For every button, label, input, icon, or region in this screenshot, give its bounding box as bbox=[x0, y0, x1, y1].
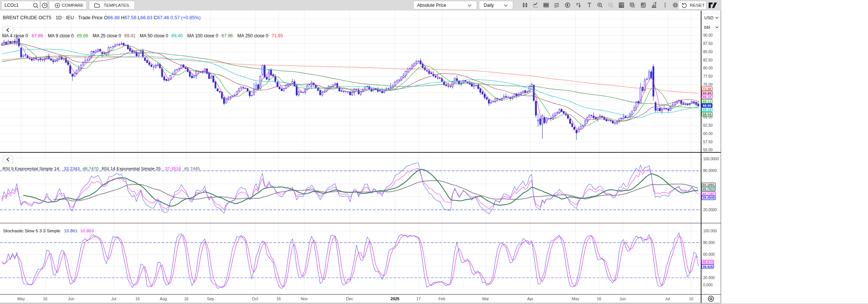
svg-text:60.00: 60.00 bbox=[703, 132, 713, 136]
svg-text:MA 25 close 0: MA 25 close 0 bbox=[93, 33, 121, 38]
svg-text:48.7470: 48.7470 bbox=[83, 166, 99, 171]
svg-text:Aug: Aug bbox=[160, 296, 167, 301]
svg-text:62.50: 62.50 bbox=[703, 123, 713, 127]
svg-text:10.861: 10.861 bbox=[64, 228, 78, 233]
svg-text:Mar: Mar bbox=[482, 296, 489, 301]
svg-text:16: 16 bbox=[689, 296, 694, 301]
svg-text:67.96: 67.96 bbox=[222, 33, 233, 38]
svg-text:20.0000: 20.0000 bbox=[703, 208, 717, 212]
svg-text:20.000: 20.000 bbox=[703, 276, 715, 280]
svg-text:BRENT CRUDE OCT5 · 1D · IEU ·: BRENT CRUDE OCT5 · 1D · IEU · Trade Pric… bbox=[3, 15, 201, 20]
svg-text:49.7923: 49.7923 bbox=[702, 187, 715, 191]
svg-text:67.69: 67.69 bbox=[32, 33, 43, 38]
svg-text:80.00: 80.00 bbox=[703, 66, 713, 70]
svg-text:RSI 9 Exponential Simple 14: RSI 9 Exponential Simple 14 bbox=[3, 166, 60, 171]
svg-text:Stochastic Slow 5 3 3 Simple: Stochastic Slow 5 3 3 Simple bbox=[3, 228, 61, 233]
svg-text:Jul: Jul bbox=[111, 296, 116, 301]
svg-text:MA 9 close 0: MA 9 close 0 bbox=[48, 33, 74, 38]
svg-text:Jul: Jul bbox=[665, 296, 670, 301]
svg-text:72.38: 72.38 bbox=[703, 87, 711, 91]
svg-text:MA 50 close 0: MA 50 close 0 bbox=[140, 33, 168, 38]
svg-text:Nov: Nov bbox=[301, 296, 308, 301]
svg-text:85.00: 85.00 bbox=[703, 50, 713, 54]
svg-text:87.50: 87.50 bbox=[703, 41, 713, 46]
svg-text:Jun: Jun bbox=[68, 296, 75, 301]
svg-text:100.000: 100.000 bbox=[703, 229, 717, 233]
svg-text:69.86: 69.86 bbox=[77, 33, 88, 38]
svg-text:80.000: 80.000 bbox=[703, 241, 715, 245]
svg-text:69.15: 69.15 bbox=[703, 95, 711, 99]
svg-text:33.2343: 33.2343 bbox=[64, 166, 80, 171]
svg-text:68.04: 68.04 bbox=[703, 112, 711, 116]
svg-text:MA 100 close 0: MA 100 close 0 bbox=[187, 33, 218, 38]
svg-text:16: 16 bbox=[597, 296, 601, 301]
svg-text:69.89: 69.89 bbox=[703, 91, 711, 95]
svg-text:USD: USD bbox=[704, 15, 714, 20]
svg-text:0.000: 0.000 bbox=[703, 283, 713, 287]
svg-text:16: 16 bbox=[277, 296, 281, 301]
svg-text:50.1691: 50.1691 bbox=[702, 183, 715, 187]
svg-text:2025: 2025 bbox=[391, 296, 400, 301]
svg-text:Oct: Oct bbox=[252, 296, 258, 301]
svg-text:May: May bbox=[572, 296, 580, 301]
svg-text:Apr: Apr bbox=[527, 296, 533, 301]
svg-text:43.7187: 43.7187 bbox=[702, 192, 715, 196]
svg-text:RSI 14 Exponential Simple 25: RSI 14 Exponential Simple 25 bbox=[102, 166, 161, 171]
svg-text:May: May bbox=[17, 296, 25, 301]
svg-text:39.4945: 39.4945 bbox=[702, 196, 715, 200]
svg-text:Dec: Dec bbox=[346, 296, 353, 301]
svg-text:16: 16 bbox=[135, 296, 140, 301]
svg-text:68.28: 68.28 bbox=[703, 108, 711, 112]
svg-text:69.40: 69.40 bbox=[171, 33, 183, 38]
svg-text:40.674: 40.674 bbox=[703, 260, 713, 264]
svg-text:60.000: 60.000 bbox=[703, 252, 715, 256]
svg-text:Feb: Feb bbox=[439, 296, 445, 301]
svg-text:90.00: 90.00 bbox=[703, 33, 713, 37]
svg-text:77.50: 77.50 bbox=[703, 74, 713, 78]
svg-text:17: 17 bbox=[416, 296, 421, 301]
svg-text:68.59: 68.59 bbox=[703, 104, 711, 107]
svg-text:82.50: 82.50 bbox=[703, 58, 713, 62]
svg-text:16: 16 bbox=[43, 296, 47, 301]
svg-text:100.0000: 100.0000 bbox=[703, 157, 719, 161]
svg-text:49.7445: 49.7445 bbox=[184, 166, 200, 171]
svg-text:55.00: 55.00 bbox=[703, 148, 713, 152]
svg-text:80.0000: 80.0000 bbox=[703, 169, 717, 173]
svg-text:Jun: Jun bbox=[620, 296, 626, 301]
svg-text:MA 250 close 0: MA 250 close 0 bbox=[237, 33, 268, 38]
svg-text:16: 16 bbox=[184, 296, 189, 301]
svg-text:10.853: 10.853 bbox=[80, 228, 94, 233]
svg-text:39.626: 39.626 bbox=[703, 265, 713, 269]
svg-text:75.00: 75.00 bbox=[703, 83, 713, 87]
svg-text:71.93: 71.93 bbox=[272, 33, 283, 38]
svg-text:69.41: 69.41 bbox=[124, 33, 136, 38]
svg-text:57.50: 57.50 bbox=[703, 140, 713, 144]
svg-text:69.12: 69.12 bbox=[703, 100, 711, 103]
svg-text:Sep: Sep bbox=[207, 296, 214, 301]
svg-text:37.4516: 37.4516 bbox=[165, 166, 181, 171]
svg-text:bbl: bbl bbox=[704, 25, 710, 29]
